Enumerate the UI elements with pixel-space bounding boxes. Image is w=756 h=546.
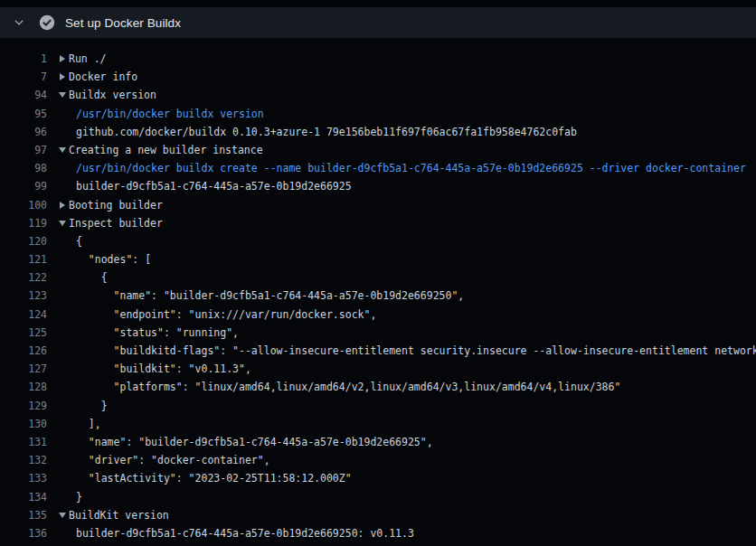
output-text: github.com/docker/buildx 0.10.3+azure-1 … bbox=[76, 123, 577, 141]
line-number[interactable]: 100 bbox=[0, 196, 47, 214]
line-number[interactable]: 129 bbox=[0, 397, 47, 415]
log-row: 123 "name": "builder-d9cfb5a1-c764-445a-… bbox=[0, 287, 756, 305]
log-group-row[interactable]: 1Run ./ bbox=[0, 50, 756, 68]
check-circle-icon bbox=[39, 14, 55, 31]
output-text: "name": "builder-d9cfb5a1-c764-445a-a57e… bbox=[76, 287, 464, 305]
line-number[interactable]: 125 bbox=[0, 324, 47, 342]
command-text: /usr/bin/docker buildx version bbox=[76, 105, 264, 123]
line-number[interactable]: 120 bbox=[0, 232, 47, 250]
output-text: "platforms": "linux/amd64,linux/amd64/v2… bbox=[76, 378, 620, 396]
triangle-right-icon[interactable] bbox=[56, 202, 69, 209]
command-text: /usr/bin/docker buildx create --name bui… bbox=[76, 159, 746, 177]
output-text: { bbox=[76, 268, 108, 287]
line-number[interactable]: 131 bbox=[0, 433, 47, 451]
group-title: BuildKit version bbox=[69, 506, 169, 524]
log-row: 134} bbox=[0, 488, 756, 506]
output-text: } bbox=[76, 397, 108, 415]
line-number[interactable]: 136 bbox=[0, 524, 47, 542]
log-row: 120{ bbox=[0, 232, 756, 250]
log-group-row[interactable]: 94Buildx version bbox=[0, 86, 756, 104]
line-number[interactable]: 7 bbox=[0, 68, 47, 86]
step-header-set-up-docker-buildx[interactable]: Set up Docker Buildx bbox=[0, 7, 756, 38]
log-group-row[interactable]: 135BuildKit version bbox=[0, 506, 756, 524]
output-text: "buildkit": "v0.11.3", bbox=[76, 360, 251, 378]
triangle-down-icon[interactable] bbox=[56, 92, 69, 98]
group-title: Docker info bbox=[69, 68, 137, 86]
output-text: "lastActivity": "2023-02-25T11:58:12.000… bbox=[76, 469, 352, 487]
output-text: ], bbox=[76, 415, 101, 433]
group-title: Buildx version bbox=[69, 86, 156, 104]
log-row: 95/usr/bin/docker buildx version bbox=[0, 105, 756, 123]
log-row: 133 "lastActivity": "2023-02-25T11:58:12… bbox=[0, 469, 756, 487]
group-title: Creating a new builder instance bbox=[69, 141, 263, 159]
log-row: 124 "endpoint": "unix:///var/run/docker.… bbox=[0, 306, 756, 324]
line-number[interactable]: 134 bbox=[0, 488, 47, 506]
triangle-glyph bbox=[60, 55, 65, 62]
log-row: 136builder-d9cfb5a1-c764-445a-a57e-0b19d… bbox=[0, 524, 756, 542]
log-row: 98/usr/bin/docker buildx create --name b… bbox=[0, 159, 756, 177]
log-group-row[interactable]: 119Inspect builder bbox=[0, 214, 756, 232]
group-title: Inspect builder bbox=[69, 214, 163, 232]
triangle-down-icon[interactable] bbox=[56, 221, 69, 226]
triangle-right-icon[interactable] bbox=[56, 55, 69, 62]
output-text: builder-d9cfb5a1-c764-445a-a57e-0b19d2e6… bbox=[76, 524, 414, 542]
line-number[interactable]: 121 bbox=[0, 250, 47, 268]
log-row: 125 "status": "running", bbox=[0, 324, 756, 342]
group-title: Run ./ bbox=[69, 50, 107, 68]
output-text: "nodes": [ bbox=[76, 250, 151, 268]
triangle-glyph bbox=[59, 147, 66, 153]
line-number[interactable]: 132 bbox=[0, 451, 47, 469]
log-row: 126 "buildkitd-flags": "--allow-insecure… bbox=[0, 342, 756, 360]
output-text: { bbox=[76, 232, 82, 250]
log-row: 132 "driver": "docker-container", bbox=[0, 451, 756, 469]
line-number[interactable]: 126 bbox=[0, 342, 47, 360]
line-number[interactable]: 97 bbox=[0, 141, 47, 159]
line-number[interactable]: 124 bbox=[0, 306, 47, 324]
triangle-glyph bbox=[59, 221, 66, 226]
log-row: 131 "name": "builder-d9cfb5a1-c764-445a-… bbox=[0, 433, 756, 451]
line-number[interactable]: 96 bbox=[0, 123, 47, 141]
line-number[interactable]: 135 bbox=[0, 506, 47, 524]
output-text: "buildkitd-flags": "--allow-insecure-ent… bbox=[76, 342, 756, 360]
chevron-down-icon[interactable] bbox=[13, 16, 25, 29]
triangle-glyph bbox=[60, 73, 65, 80]
log-row: 129 } bbox=[0, 397, 756, 415]
line-number[interactable]: 95 bbox=[0, 105, 47, 123]
output-text: builder-d9cfb5a1-c764-445a-a57e-0b19d2e6… bbox=[76, 177, 352, 195]
log-row: 130 ], bbox=[0, 415, 756, 433]
line-number[interactable]: 127 bbox=[0, 360, 47, 378]
output-text: "name": "builder-d9cfb5a1-c764-445a-a57e… bbox=[76, 433, 433, 451]
line-number[interactable]: 1 bbox=[0, 50, 47, 68]
log-group-row[interactable]: 7Docker info bbox=[0, 68, 756, 86]
line-number[interactable]: 130 bbox=[0, 415, 47, 433]
line-number[interactable]: 98 bbox=[0, 159, 47, 177]
group-title: Booting builder bbox=[69, 196, 163, 214]
triangle-down-icon[interactable] bbox=[56, 513, 69, 518]
log-row: 96github.com/docker/buildx 0.10.3+azure-… bbox=[0, 123, 756, 141]
output-text: } bbox=[76, 488, 82, 506]
line-number[interactable]: 123 bbox=[0, 287, 47, 305]
line-number[interactable]: 99 bbox=[0, 177, 47, 195]
log-row: 121 "nodes": [ bbox=[0, 250, 756, 268]
triangle-glyph bbox=[59, 513, 66, 518]
output-text: "driver": "docker-container", bbox=[76, 451, 270, 469]
line-number[interactable]: 119 bbox=[0, 214, 47, 232]
triangle-glyph bbox=[60, 202, 65, 209]
output-text: "endpoint": "unix:///var/run/docker.sock… bbox=[76, 306, 376, 324]
line-number[interactable]: 133 bbox=[0, 469, 47, 487]
triangle-right-icon[interactable] bbox=[56, 73, 69, 80]
log-row: 127 "buildkit": "v0.11.3", bbox=[0, 360, 756, 378]
log-viewer: 1Run ./7Docker info94Buildx version95/us… bbox=[0, 38, 756, 546]
log-row: 99builder-d9cfb5a1-c764-445a-a57e-0b19d2… bbox=[0, 177, 756, 195]
log-group-row[interactable]: 100Booting builder bbox=[0, 196, 756, 214]
triangle-down-icon[interactable] bbox=[56, 147, 69, 153]
triangle-glyph bbox=[59, 92, 66, 98]
log-group-row[interactable]: 97Creating a new builder instance bbox=[0, 141, 756, 159]
line-number[interactable]: 128 bbox=[0, 378, 47, 396]
output-text: "status": "running", bbox=[76, 324, 239, 342]
log-row: 128 "platforms": "linux/amd64,linux/amd6… bbox=[0, 378, 756, 396]
line-number[interactable]: 122 bbox=[0, 268, 47, 287]
log-row: 122 { bbox=[0, 268, 756, 287]
line-number[interactable]: 94 bbox=[0, 86, 47, 104]
step-title: Set up Docker Buildx bbox=[65, 16, 181, 30]
